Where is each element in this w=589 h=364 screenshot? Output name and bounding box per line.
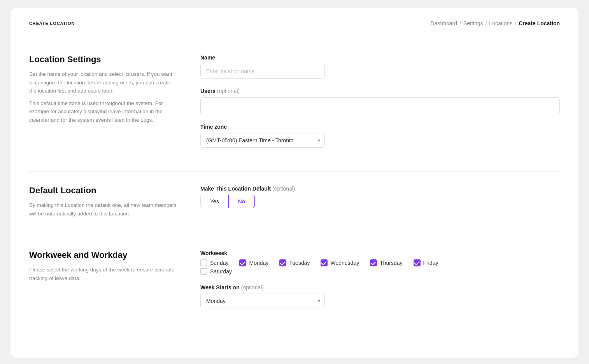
week-starts-group: Week Starts on (optional) Monday Sunday … <box>200 284 560 308</box>
workweek-label: Workweek <box>200 250 560 256</box>
default-location-right: Make This Location Default (optional) Ye… <box>200 186 560 222</box>
sunday-checkbox[interactable] <box>200 259 207 266</box>
default-toggle-label: Make This Location Default (optional) <box>200 186 560 192</box>
saturday-checkbox[interactable] <box>200 268 207 275</box>
page-tag: CREATE LOCATION <box>29 21 75 26</box>
name-input[interactable] <box>200 64 325 79</box>
day-thursday[interactable]: Thursday <box>370 259 402 266</box>
workweek-right: Workweek Sunday Monday Tues <box>200 250 560 308</box>
breadcrumb-sep-3: / <box>515 20 516 26</box>
day-saturday[interactable]: Saturday <box>200 268 232 275</box>
thursday-checkbox[interactable] <box>370 259 377 266</box>
location-settings-desc2: This default time zone is used throughou… <box>29 99 177 124</box>
location-settings-left: Location Settings Set the name of your l… <box>29 54 177 157</box>
day-monday[interactable]: Monday <box>239 259 268 266</box>
timezone-select[interactable]: (GMT-05:00) Eastern Time - Toronto UTC (… <box>200 133 325 148</box>
monday-label: Monday <box>249 260 268 266</box>
saturday-label: Saturday <box>210 268 232 275</box>
saturday-row: Saturday <box>200 268 560 275</box>
breadcrumb-locations[interactable]: Locations <box>489 20 512 26</box>
day-sunday[interactable]: Sunday <box>200 259 228 266</box>
workweek-row: Sunday Monday Tuesday Wedn <box>200 259 560 266</box>
wednesday-label: Wednesday <box>330 260 359 266</box>
breadcrumb-dashboard[interactable]: Dashboard <box>430 20 457 26</box>
location-settings-title: Location Settings <box>29 54 177 65</box>
workweek-title: Workweek and Workday <box>29 250 177 260</box>
name-field-group: Name <box>200 54 560 79</box>
week-starts-label: Week Starts on (optional) <box>200 284 560 290</box>
friday-checkbox[interactable] <box>414 259 421 266</box>
no-button[interactable]: No <box>228 195 255 208</box>
default-location-desc: By making this Location the default one,… <box>29 201 177 218</box>
day-friday[interactable]: Friday <box>414 259 438 266</box>
timezone-field-group: Time zone (GMT-05:00) Eastern Time - Tor… <box>200 124 560 148</box>
breadcrumb-sep-1: / <box>459 20 461 26</box>
tuesday-checkbox[interactable] <box>279 259 286 266</box>
wednesday-checkbox[interactable] <box>321 259 328 266</box>
workweek-desc: Please select the working days of the we… <box>29 266 177 282</box>
yes-no-toggle: Yes No <box>200 195 560 208</box>
main-card: CREATE LOCATION Dashboard / Settings / L… <box>11 8 578 358</box>
users-field-group: Users (optional) <box>200 88 560 114</box>
timezone-label: Time zone <box>200 124 560 130</box>
sunday-label: Sunday <box>210 260 228 266</box>
monday-checkbox[interactable] <box>239 259 246 266</box>
default-location-left: Default Location By making this Location… <box>29 186 177 222</box>
breadcrumb-settings[interactable]: Settings <box>463 20 483 26</box>
week-starts-select[interactable]: Monday Sunday Tuesday Wednesday Thursday… <box>200 294 325 308</box>
location-settings-section: Location Settings Set the name of your l… <box>29 40 560 172</box>
default-location-section: Default Location By making this Location… <box>29 172 560 236</box>
location-settings-desc1: Set the name of your location and select… <box>29 70 177 95</box>
friday-label: Friday <box>423 260 438 266</box>
users-input[interactable] <box>200 97 560 114</box>
tuesday-label: Tuesday <box>289 260 310 266</box>
thursday-label: Thursday <box>380 260 402 266</box>
default-location-title: Default Location <box>29 186 177 196</box>
name-input-wrapper <box>200 64 325 79</box>
workweek-left: Workweek and Workday Please select the w… <box>29 250 177 308</box>
workweek-days-group: Workweek Sunday Monday Tues <box>200 250 560 275</box>
breadcrumb-sep-2: / <box>485 20 487 26</box>
workweek-section: Workweek and Workday Please select the w… <box>29 236 560 322</box>
name-label: Name <box>200 54 560 61</box>
timezone-select-wrapper: (GMT-05:00) Eastern Time - Toronto UTC (… <box>200 133 325 148</box>
breadcrumb: Dashboard / Settings / Locations / Creat… <box>430 20 560 26</box>
week-starts-select-wrapper: Monday Sunday Tuesday Wednesday Thursday… <box>200 294 325 308</box>
yes-button[interactable]: Yes <box>200 195 228 208</box>
location-settings-right: Name Users (optional) Time zone (GMT-05:… <box>200 54 560 157</box>
day-tuesday[interactable]: Tuesday <box>279 259 310 266</box>
default-toggle-group: Make This Location Default (optional) Ye… <box>200 186 560 208</box>
top-bar: CREATE LOCATION Dashboard / Settings / L… <box>29 20 560 26</box>
users-label: Users (optional) <box>200 88 560 94</box>
day-wednesday[interactable]: Wednesday <box>321 259 359 266</box>
breadcrumb-current: Create Location <box>519 20 560 26</box>
